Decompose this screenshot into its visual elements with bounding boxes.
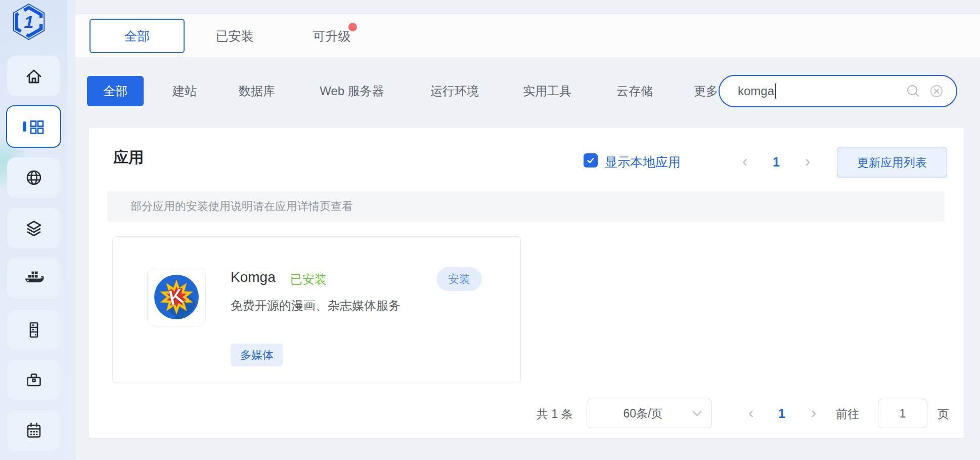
sidebar-item-database[interactable] <box>7 208 60 248</box>
current-page[interactable]: 1 <box>769 153 784 171</box>
sidebar-item-toolbox[interactable] <box>7 360 60 400</box>
notice-bar: 部分应用的安装使用说明请在应用详情页查看 <box>107 191 945 222</box>
current-page-bottom[interactable]: 1 <box>774 405 789 422</box>
docker-icon <box>23 268 45 288</box>
installed-status-badge: 已安装 <box>290 271 327 287</box>
show-local-label[interactable]: 显示本地应用 <box>605 154 681 171</box>
sidebar-item-container[interactable] <box>7 258 60 299</box>
sidebar-gutter <box>67 0 75 460</box>
tab-all[interactable]: 全部 <box>90 19 185 53</box>
prev-page-button[interactable]: ‹ <box>737 152 752 170</box>
apps-panel: 应用 显示本地应用 ‹ 1 › 更新应用列表 部分应用的安装使用说明请在应用详情… <box>89 128 964 438</box>
app-tag-multimedia[interactable]: 多媒体 <box>231 344 283 366</box>
search-icon[interactable] <box>906 83 921 99</box>
toolbox-icon <box>24 370 44 390</box>
install-button[interactable]: 安装 <box>436 267 482 291</box>
komga-app-icon: K <box>147 268 206 326</box>
globe-icon <box>24 168 44 188</box>
goto-page-input[interactable]: 1 <box>878 399 927 428</box>
search-value: komga <box>738 84 774 98</box>
category-cloud-storage[interactable]: 云存储 <box>597 76 673 106</box>
category-database[interactable]: 数据库 <box>219 76 295 106</box>
sidebar-item-home[interactable] <box>7 56 60 96</box>
category-web-server[interactable]: Web 服务器 <box>301 76 403 106</box>
1panel-logo[interactable]: 1 <box>10 3 48 41</box>
check-icon <box>586 156 595 165</box>
chevron-down-icon <box>692 407 701 416</box>
komga-logo-icon: K <box>151 272 202 322</box>
clear-search-icon[interactable] <box>929 83 944 99</box>
update-app-list-button[interactable]: 更新应用列表 <box>837 147 947 178</box>
page-unit-label: 页 <box>938 405 949 423</box>
layers-icon <box>24 218 44 238</box>
sidebar: 1 <box>0 0 67 460</box>
sidebar-item-app-store[interactable] <box>6 105 61 148</box>
next-page-button[interactable]: › <box>800 152 815 170</box>
page-title: 应用 <box>113 147 144 168</box>
upgradable-badge-dot <box>348 23 357 31</box>
svg-text:1: 1 <box>24 12 34 31</box>
goto-label: 前往 <box>836 405 859 423</box>
sidebar-item-host[interactable] <box>7 310 60 350</box>
home-icon <box>24 66 44 86</box>
sidebar-item-website[interactable] <box>7 157 60 198</box>
category-all[interactable]: 全部 <box>87 76 144 106</box>
total-count: 共 1 条 <box>537 405 573 423</box>
category-website[interactable]: 建站 <box>159 76 210 106</box>
app-description: 免费开源的漫画、杂志媒体服务 <box>231 298 400 314</box>
1panel-logo-icon: 1 <box>10 3 48 41</box>
apps-grid-icon <box>21 116 47 137</box>
category-runtime[interactable]: 运行环境 <box>404 76 505 106</box>
app-card-komga[interactable]: K Komga 已安装 安装 免费开源的漫画、杂志媒体服务 多媒体 <box>112 236 521 383</box>
calendar-icon <box>24 421 44 441</box>
page-size-value: 60条/页 <box>592 406 694 422</box>
sidebar-item-cronjob[interactable] <box>7 410 60 451</box>
text-cursor <box>775 83 776 99</box>
search-input[interactable]: komga <box>719 75 957 107</box>
show-local-checkbox[interactable] <box>584 153 598 168</box>
tab-installed[interactable]: 已安装 <box>202 19 268 53</box>
server-icon <box>24 320 44 340</box>
prev-page-button-bottom[interactable]: ‹ <box>743 404 759 421</box>
page-size-select[interactable]: 60条/页 <box>587 399 712 428</box>
category-tools[interactable]: 实用工具 <box>497 76 598 106</box>
next-page-button-bottom[interactable]: › <box>806 404 821 421</box>
app-store-screen: 1 <box>0 0 980 460</box>
app-name: Komga <box>231 269 276 285</box>
